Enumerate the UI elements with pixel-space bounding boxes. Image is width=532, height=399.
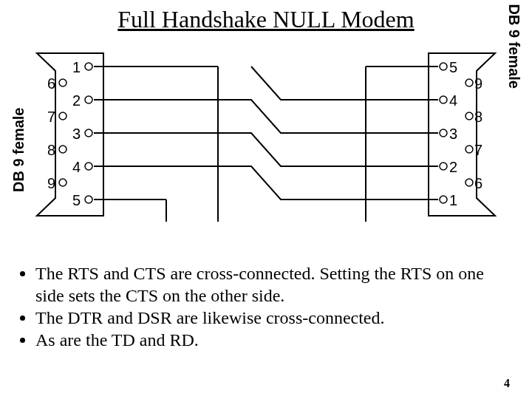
svg-point-7 bbox=[59, 146, 66, 153]
bullet-item: As are the TD and RD. bbox=[35, 329, 510, 351]
svg-point-11 bbox=[440, 129, 447, 137]
svg-point-9 bbox=[440, 63, 447, 70]
svg-point-0 bbox=[85, 63, 92, 70]
svg-point-15 bbox=[466, 112, 473, 120]
svg-point-6 bbox=[59, 112, 66, 120]
svg-point-16 bbox=[466, 146, 473, 153]
page-number: 4 bbox=[504, 377, 510, 390]
svg-point-12 bbox=[440, 163, 447, 170]
svg-point-5 bbox=[59, 79, 66, 86]
bullet-item: The DTR and DSR are likewise cross-conne… bbox=[35, 307, 510, 329]
bullet-list: The RTS and CTS are cross-connected. Set… bbox=[22, 262, 510, 351]
bullet-item: The RTS and CTS are cross-connected. Set… bbox=[35, 262, 510, 307]
svg-point-3 bbox=[85, 163, 92, 170]
slide-title: Full Handshake NULL Modem bbox=[0, 6, 532, 33]
svg-point-14 bbox=[466, 79, 473, 86]
null-modem-diagram: DB 9 female DB 9 female 1 2 3 4 5 6 7 8 … bbox=[15, 44, 517, 251]
svg-point-4 bbox=[85, 196, 92, 203]
svg-point-2 bbox=[85, 129, 92, 137]
svg-point-17 bbox=[466, 179, 473, 186]
svg-point-13 bbox=[440, 196, 447, 203]
svg-point-10 bbox=[440, 96, 447, 103]
wiring-svg bbox=[15, 44, 517, 251]
svg-point-8 bbox=[59, 179, 66, 186]
svg-point-1 bbox=[85, 96, 92, 103]
